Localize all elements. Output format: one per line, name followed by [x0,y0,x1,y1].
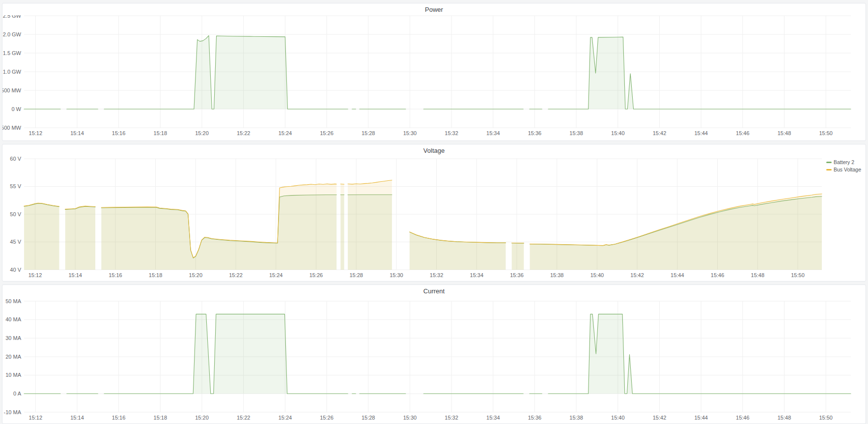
x-axis-tick-label: 15:16 [109,272,122,278]
x-axis-tick-label: 15:18 [149,272,163,278]
x-axis-tick-label: 15:38 [569,415,583,421]
series-line [340,184,344,185]
x-axis-tick-label: 15:18 [154,130,168,136]
y-axis-tick-label: 40 MA [5,316,21,322]
voltage-chart-canvas[interactable]: 60 V55 V50 V45 V40 V15:1215:1415:1615:18… [2,156,866,281]
x-axis-tick-label: 15:30 [403,130,417,136]
y-axis-tick-label: 0 W [11,106,21,112]
x-axis-tick-label: 15:22 [237,415,251,421]
x-axis-tick-label: 15:20 [195,130,209,136]
y-axis-tick-label: 0 A [13,391,22,396]
x-axis-tick-label: 15:48 [778,130,791,136]
x-axis-tick-label: 15:34 [486,130,500,136]
power-panel: Power 2.5 GW2.0 GW1.5 GW1.0 GW500 MW0 W-… [2,3,866,141]
x-axis-tick-label: 15:16 [112,415,126,421]
voltage-panel: Voltage 60 V55 V50 V45 V40 V15:1215:1415… [2,144,866,282]
current-panel-title[interactable]: Current [2,287,866,295]
x-axis-tick-label: 15:14 [70,130,84,136]
series-area [24,203,59,270]
x-axis-tick-label: 15:38 [569,130,583,136]
voltage-legend: Battery 2 Bus Voltage [826,159,864,174]
x-axis-tick-label: 15:48 [778,415,791,421]
series-area [104,35,348,109]
x-axis-tick-label: 15:30 [403,415,417,421]
x-axis-tick-label: 15:40 [611,415,625,421]
x-axis-tick-label: 15:16 [112,130,126,136]
legend-label-battery-2: Battery 2 [834,159,854,165]
power-chart-svg: 2.5 GW2.0 GW1.5 GW1.0 GW500 MW0 W-500 MW… [2,15,866,141]
x-axis-tick-label: 15:26 [320,415,334,421]
x-axis-tick-label: 15:48 [751,272,765,278]
x-axis-tick-label: 15:20 [195,415,209,421]
x-axis-tick-label: 15:44 [694,415,708,421]
y-axis-tick-label: 50 V [10,211,21,217]
x-axis-tick-label: 15:14 [70,415,84,421]
current-chart-canvas[interactable]: 50 MA40 MA30 MA20 MA10 MA0 A-10 MA15:121… [2,297,866,424]
x-axis-tick-label: 15:44 [671,272,684,278]
y-axis-tick-label: -500 MW [2,125,22,131]
series-area [512,243,524,270]
x-axis-tick-label: 15:22 [229,272,243,278]
x-axis-tick-label: 15:44 [694,130,708,136]
y-axis-tick-label: 20 MA [5,354,21,360]
current-panel: Current 50 MA40 MA30 MA20 MA10 MA0 A-10 … [2,284,866,424]
series-area [340,184,344,270]
x-axis-tick-label: 15:28 [349,272,363,278]
x-axis-tick-label: 15:40 [611,130,625,136]
legend-item-battery-2[interactable]: Battery 2 [826,159,864,165]
x-axis-tick-label: 15:34 [486,415,500,421]
x-axis-tick-label: 15:24 [279,130,292,136]
legend-item-bus-voltage[interactable]: Bus Voltage [826,167,864,172]
x-axis-tick-label: 15:12 [28,272,42,278]
series-area [104,314,348,394]
y-axis-tick-label: 1.0 GW [3,69,22,75]
x-axis-tick-label: 15:32 [445,415,458,421]
legend-label-bus-voltage: Bus Voltage [834,167,861,172]
y-axis-tick-label: 40 V [10,267,21,273]
bus-voltage-series-color-icon [826,169,832,170]
x-axis-tick-label: 15:24 [269,272,283,278]
x-axis-tick-label: 15:30 [390,272,403,278]
y-axis-tick-label: 2.0 GW [3,31,22,37]
y-axis-tick-label: 50 MA [5,298,21,304]
series-area [65,206,95,270]
grid [24,16,851,128]
x-axis-tick-label: 15:50 [791,272,805,278]
x-axis-tick-label: 15:22 [237,130,251,136]
x-axis-tick-label: 15:46 [736,130,750,136]
axis-labels: 50 MA40 MA30 MA20 MA10 MA0 A-10 MA15:121… [4,298,833,421]
x-axis-tick-label: 15:26 [309,272,323,278]
y-axis-tick-label: 45 V [10,239,21,245]
y-axis-tick-label: 2.5 GW [3,15,22,19]
y-axis-tick-label: 60 V [10,156,21,162]
x-axis-tick-label: 15:12 [29,415,43,421]
power-chart-canvas[interactable]: 2.5 GW2.0 GW1.5 GW1.0 GW500 MW0 W-500 MW… [2,15,866,141]
y-axis-tick-label: 500 MW [2,87,22,93]
x-axis-tick-label: 15:12 [29,130,43,136]
battery-2-series-color-icon [826,162,832,163]
x-axis-tick-label: 15:24 [279,415,292,421]
x-axis-tick-label: 15:34 [470,272,484,278]
y-axis-tick-label: 55 V [10,183,21,189]
x-axis-tick-label: 15:50 [819,415,833,421]
x-axis-tick-label: 15:28 [362,415,375,421]
x-axis-tick-label: 15:26 [320,130,334,136]
y-axis-tick-label: 30 MA [5,335,21,341]
x-axis-tick-label: 15:42 [653,130,667,136]
grid [24,301,851,412]
x-axis-tick-label: 15:50 [819,130,833,136]
current-chart-svg: 50 MA40 MA30 MA20 MA10 MA0 A-10 MA15:121… [2,297,866,424]
voltage-panel-title[interactable]: Voltage [2,147,866,154]
x-axis-tick-label: 15:32 [445,130,458,136]
series-area [348,180,392,270]
x-axis-tick-label: 15:40 [590,272,604,278]
x-axis-tick-label: 15:36 [510,272,524,278]
x-axis-tick-label: 15:38 [550,272,564,278]
axis-labels: 2.5 GW2.0 GW1.5 GW1.0 GW500 MW0 W-500 MW… [2,15,833,136]
x-axis-tick-label: 15:18 [154,415,168,421]
series-area [101,184,336,270]
power-panel-title[interactable]: Power [2,6,866,13]
x-axis-tick-label: 15:46 [711,272,725,278]
y-axis-tick-label: -10 MA [4,409,22,415]
voltage-chart-svg: 60 V55 V50 V45 V40 V15:1215:1415:1615:18… [2,156,866,281]
